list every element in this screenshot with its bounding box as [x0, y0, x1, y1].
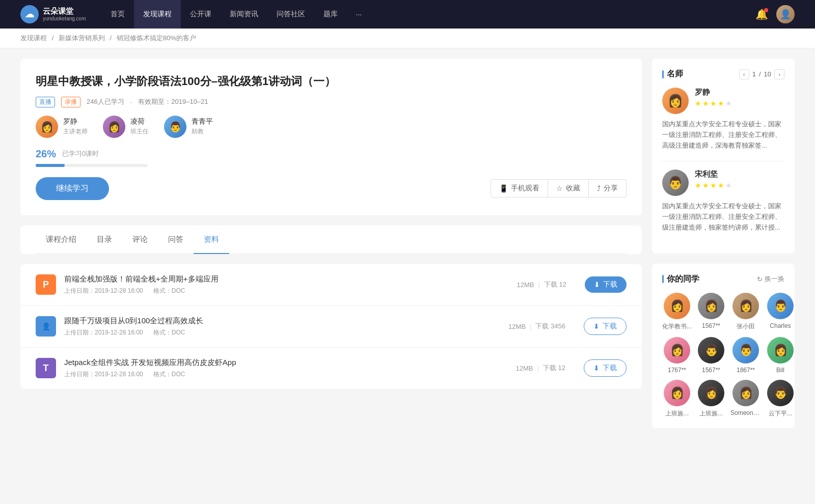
breadcrumb-sep1: /	[52, 34, 56, 42]
progress-bar-bg	[36, 164, 148, 167]
resource-format-1: 格式：DOC	[153, 329, 185, 336]
classmate-avatar-5: 👨	[698, 337, 724, 363]
download-button-0[interactable]: ⬇ 下载	[585, 276, 627, 293]
tab-resources[interactable]: 资料	[194, 226, 229, 254]
favorite-label: 收藏	[566, 184, 580, 193]
download-icon-0: ⬇	[594, 281, 600, 289]
teacher-info-2: 青青平 助教	[192, 117, 213, 136]
resource-item-2: T Jetpack全组件实战 开发短视频应用高仿皮皮虾App 上传日期：2019…	[20, 348, 642, 389]
share-icon: ⤴	[597, 184, 601, 192]
teacher-role-2: 助教	[192, 127, 213, 136]
classmate-name-10: Someone...	[730, 409, 761, 416]
favorite-button[interactable]: ☆ 收藏	[548, 179, 589, 198]
teacher-avatar-0: 👩	[36, 116, 58, 138]
tab-qa[interactable]: 问答	[158, 226, 194, 254]
progress-bar-fill	[36, 164, 65, 167]
download-button-1[interactable]: ⬇ 下载	[584, 318, 627, 335]
sidebar-teacher-info-1: 宋利坚 ★ ★ ★ ★ ★	[695, 170, 732, 189]
notification-bell[interactable]: 🔔	[755, 8, 768, 20]
mobile-view-button[interactable]: 📱 手机观看	[491, 179, 548, 198]
teacher-name-1: 凌荷	[130, 117, 149, 126]
resource-stats-0: 12MB | 下载 12	[517, 280, 566, 289]
classmate-8: 👩 上班族...	[662, 380, 692, 418]
resource-meta-0: 上传日期：2019-12-28 16:00 格式：DOC	[64, 287, 509, 295]
resource-meta-2: 上传日期：2019-12-28 16:00 格式：DOC	[64, 370, 508, 379]
t1-star2: ★	[702, 181, 709, 189]
nav-item-news[interactable]: 新闻资讯	[221, 0, 267, 29]
user-avatar[interactable]: 👤	[776, 5, 795, 23]
resource-downloads-2: 下载 12	[543, 363, 565, 373]
teachers-page-current: 1	[752, 70, 756, 78]
teachers-page-total: 10	[764, 70, 771, 78]
teachers-prev-button[interactable]: ‹	[739, 69, 749, 79]
classmate-7: 👩 Bill	[767, 337, 794, 374]
star1: ★	[695, 99, 701, 107]
breadcrumb-current[interactable]: 销冠修炼术搞定80%的客户	[117, 34, 196, 42]
star4: ★	[718, 99, 724, 107]
nav-item-qa[interactable]: 问答社区	[267, 0, 314, 29]
classmates-card: 你的同学 ↻ 换一换 👩 化学教书... 👩 1567** 👩 张小田	[652, 264, 795, 428]
classmate-avatar-4: 👩	[664, 337, 690, 363]
nav-item-home[interactable]: 首页	[101, 0, 134, 29]
classmate-avatar-10: 👩	[732, 380, 759, 406]
t1-star1: ★	[695, 181, 701, 189]
teacher-item-1: 👩 凌荷 班主任	[103, 116, 149, 138]
course-header-card: 明星中教授课，小学阶段语法100分–强化级第1讲动词（一） 直播 录播 246人…	[20, 59, 642, 215]
sidebar: 名师 ‹ 1 / 10 › 👩 罗静	[652, 59, 795, 438]
classmates-title: 你的同学	[662, 274, 699, 285]
resource-title-0: 前端全栈加强版！前端全栈+全周期+多端应用	[64, 274, 509, 284]
classmate-avatar-2: 👩	[732, 293, 759, 319]
refresh-classmates-button[interactable]: ↻ 换一换	[757, 274, 784, 284]
resource-item-0: P 前端全栈加强版！前端全栈+全周期+多端应用 上传日期：2019-12-28 …	[20, 264, 642, 306]
resource-format-2: 格式：DOC	[153, 371, 185, 378]
teachers-next-button[interactable]: ›	[774, 69, 784, 79]
classmate-name-3: Charles	[770, 322, 791, 329]
continue-button[interactable]: 继续学习	[36, 177, 109, 200]
classmate-name-8: 上班族...	[665, 409, 689, 418]
resource-stats-2: 12MB | 下载 12	[516, 363, 565, 373]
teacher-avatar-1: 👩	[103, 116, 125, 138]
classmate-avatar-9: 👩	[698, 380, 724, 406]
resource-format-0: 格式：DOC	[153, 287, 185, 294]
classmates-header: 你的同学 ↻ 换一换	[662, 274, 784, 285]
logo[interactable]: ☁ 云朵课堂 yunduoketang.com	[20, 5, 86, 23]
breadcrumb: 发现课程 / 新媒体营销系列 / 销冠修炼术搞定80%的客户	[0, 29, 815, 48]
star2: ★	[702, 99, 709, 107]
resource-size-1: 12MB	[508, 323, 526, 330]
sidebar-teacher-stars-1: ★ ★ ★ ★ ★	[695, 181, 732, 189]
resource-list: P 前端全栈加强版！前端全栈+全周期+多端应用 上传日期：2019-12-28 …	[20, 264, 642, 389]
tab-review[interactable]: 评论	[122, 226, 158, 254]
nav-item-discover[interactable]: 发现课程	[134, 0, 181, 29]
dot-sep: ·	[130, 98, 132, 106]
tab-catalog[interactable]: 目录	[87, 226, 122, 254]
sidebar-teacher-top-1: 👨 宋利坚 ★ ★ ★ ★ ★	[662, 170, 784, 196]
resource-size-0: 12MB	[517, 281, 534, 289]
resource-icon-1: 👤	[36, 316, 56, 337]
nav-item-exam[interactable]: 题库	[314, 0, 347, 29]
teachers-card-header: 名师 ‹ 1 / 10 ›	[662, 69, 784, 79]
resource-downloads-0: 下载 12	[544, 280, 566, 289]
course-title: 明星中教授课，小学阶段语法100分–强化级第1讲动词（一）	[36, 74, 627, 90]
teachers-card-title: 名师	[662, 69, 683, 79]
classmate-avatar-11: 👨	[767, 380, 794, 406]
mobile-icon: 📱	[499, 184, 508, 192]
classmate-name-2: 张小田	[737, 322, 755, 331]
classmate-avatar-7: 👩	[767, 337, 794, 363]
learners-count: 246人已学习	[87, 97, 124, 106]
resource-info-0: 前端全栈加强版！前端全栈+全周期+多端应用 上传日期：2019-12-28 16…	[64, 274, 509, 295]
breadcrumb-series[interactable]: 新媒体营销系列	[59, 34, 105, 42]
classmate-2: 👩 张小田	[730, 293, 761, 331]
nav-item-open[interactable]: 公开课	[181, 0, 221, 29]
sidebar-teacher-top-0: 👩 罗静 ★ ★ ★ ★ ★	[662, 88, 784, 114]
download-button-2[interactable]: ⬇ 下载	[584, 359, 627, 377]
nav-item-more[interactable]: ···	[347, 0, 371, 29]
progress-section: 26% 已学习0课时	[36, 148, 627, 167]
tab-intro[interactable]: 课程介绍	[36, 226, 87, 254]
classmate-name-0: 化学教书...	[662, 322, 692, 331]
classmate-11: 👨 云下平...	[767, 380, 794, 418]
classmate-9: 👩 上班族...	[698, 380, 724, 418]
share-button[interactable]: ⤴ 分享	[589, 179, 627, 198]
classmate-5: 👨 1567**	[698, 337, 724, 374]
breadcrumb-sep2: /	[110, 34, 113, 42]
breadcrumb-discover[interactable]: 发现课程	[20, 34, 47, 42]
